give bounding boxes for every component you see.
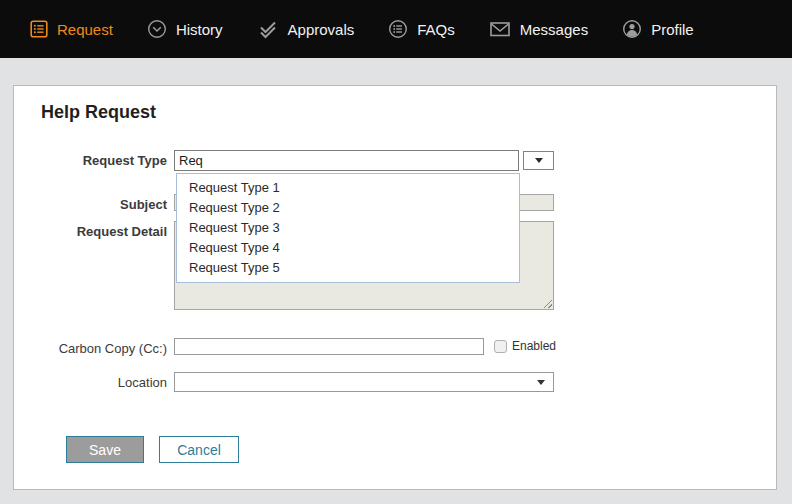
resize-handle-icon[interactable] [542,298,552,308]
dropdown-option-4[interactable]: Request Type 4 [177,238,519,258]
form-actions: Save Cancel [14,436,776,463]
history-icon [147,19,167,39]
dropdown-option-3[interactable]: Request Type 3 [177,218,519,238]
nav-item-request[interactable]: Request [30,20,113,38]
nav-label-profile: Profile [651,21,694,38]
nav-item-faqs[interactable]: FAQs [388,19,455,39]
nav-label-approvals: Approvals [288,21,355,38]
enabled-checkbox-label: Enabled [512,339,556,353]
nav-label-messages: Messages [520,21,588,38]
help-request-card: Help Request Request Type Request Type 1… [13,85,777,490]
cancel-button[interactable]: Cancel [159,436,239,463]
enabled-checkbox[interactable] [494,340,507,353]
request-type-row: Request Type [14,150,776,171]
location-row: Location [14,372,776,392]
carbon-copy-input[interactable] [174,338,484,355]
carbon-copy-label: Carbon Copy (Cc:) [14,338,167,356]
profile-person-icon [622,19,642,39]
dropdown-option-5[interactable]: Request Type 5 [177,258,519,278]
chevron-down-icon [535,158,543,163]
nav-item-history[interactable]: History [147,19,223,39]
messages-envelope-icon [489,20,511,38]
enabled-checkbox-group: Enabled [494,338,556,353]
nav-item-profile[interactable]: Profile [622,19,694,39]
nav-label-history: History [176,21,223,38]
dropdown-option-1[interactable]: Request Type 1 [177,178,519,198]
page-title: Help Request [41,102,156,123]
faqs-icon [388,19,408,39]
location-label: Location [14,372,167,390]
request-type-dropdown-button[interactable] [523,151,554,170]
nav-item-messages[interactable]: Messages [489,20,588,38]
request-type-label: Request Type [14,150,167,168]
nav-label-request: Request [57,21,113,38]
request-type-dropdown: Request Type 1 Request Type 2 Request Ty… [176,173,520,283]
chevron-down-icon [537,380,545,385]
request-detail-label: Request Detail [14,221,167,239]
request-type-input[interactable] [174,150,519,171]
save-button[interactable]: Save [66,436,144,463]
request-list-icon [30,20,48,38]
subject-label: Subject [14,194,167,212]
top-navbar: Request History Approvals [0,0,792,58]
nav-item-approvals[interactable]: Approvals [257,19,355,39]
dropdown-option-2[interactable]: Request Type 2 [177,198,519,218]
location-select[interactable] [174,372,554,392]
nav-label-faqs: FAQs [417,21,455,38]
approvals-check-icon [257,19,279,39]
carbon-copy-row: Carbon Copy (Cc:) Enabled [14,338,776,356]
